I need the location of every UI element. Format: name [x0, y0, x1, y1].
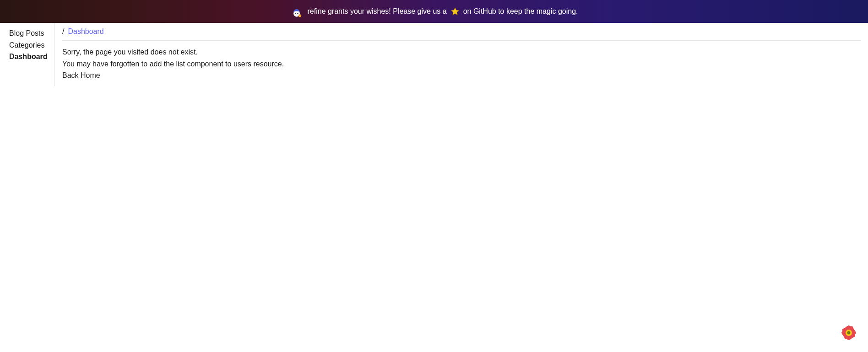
sidebar-item-blog-posts[interactable]: Blog Posts	[9, 27, 54, 39]
svg-point-2	[297, 13, 298, 14]
back-home-link[interactable]: Back Home	[62, 70, 861, 81]
svg-point-1	[295, 13, 296, 14]
banner-text-before: refine grants your wishes! Please give u…	[308, 7, 447, 16]
error-panel: Sorry, the page you visited does not exi…	[62, 46, 861, 81]
breadcrumb: / Dashboard	[62, 27, 861, 41]
star-icon	[450, 7, 460, 16]
error-message-line2: You may have forgotten to add the list c…	[62, 58, 861, 70]
promo-banner[interactable]: refine grants your wishes! Please give u…	[0, 0, 868, 23]
breadcrumb-current[interactable]: Dashboard	[68, 27, 103, 36]
app-layout: Blog Posts Categories Dashboard / Dashbo…	[0, 23, 868, 86]
sidebar-item-dashboard[interactable]: Dashboard	[9, 51, 54, 63]
banner-text-after: on GitHub to keep the magic going.	[463, 7, 578, 16]
svg-point-3	[298, 14, 301, 17]
main-content: / Dashboard Sorry, the page you visited …	[55, 23, 868, 86]
wizard-icon	[290, 5, 303, 18]
breadcrumb-separator: /	[62, 27, 64, 36]
error-message-line1: Sorry, the page you visited does not exi…	[62, 46, 861, 58]
sidebar: Blog Posts Categories Dashboard	[0, 23, 55, 86]
sidebar-item-categories[interactable]: Categories	[9, 39, 54, 51]
